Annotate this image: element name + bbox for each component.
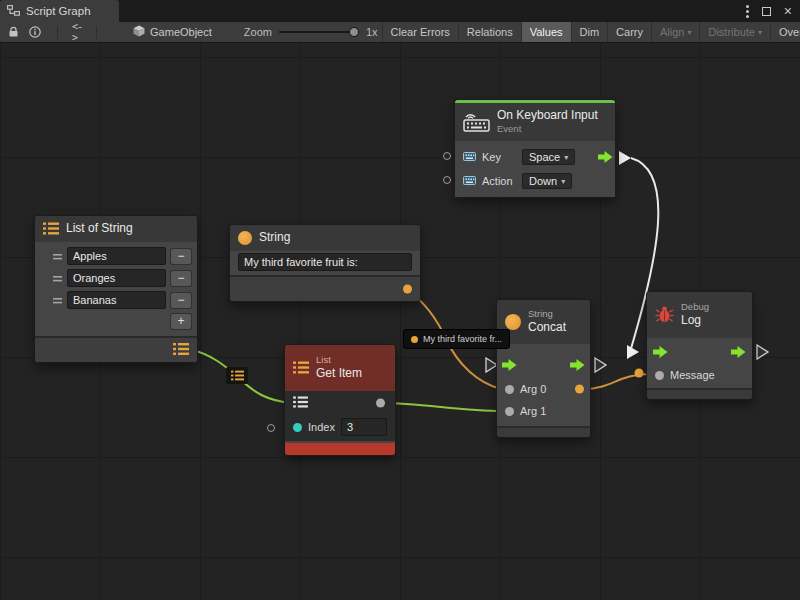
concat-flow-out-indicator[interactable]: [595, 358, 606, 372]
gameobject-icon: [133, 25, 145, 39]
arg1-input-port[interactable]: [505, 407, 514, 416]
flow-wire-start-arrow: [619, 151, 631, 165]
node-debug-log[interactable]: Debug Log Message: [647, 292, 752, 399]
flow-in-port[interactable]: [502, 359, 517, 371]
add-item-button[interactable]: +: [171, 314, 191, 329]
list-item-row: Bananas −: [41, 290, 191, 310]
info-icon[interactable]: [29, 26, 41, 38]
index-label: Index: [308, 421, 335, 433]
tab-script-graph[interactable]: Script Graph: [0, 0, 119, 22]
flow-row: [497, 352, 590, 378]
window-maximize-icon[interactable]: [762, 7, 771, 16]
drag-handle-icon[interactable]: [53, 294, 62, 306]
message-input-port[interactable]: [655, 371, 664, 380]
node-string-concat[interactable]: String Concat Arg 0 Arg 1: [497, 300, 590, 437]
keycode-type-icon: [463, 151, 476, 164]
node-on-keyboard-input[interactable]: On Keyboard Input Event Key Space▾ Actio…: [455, 100, 615, 197]
list-item-input[interactable]: Oranges: [67, 269, 166, 287]
item-output-port[interactable]: [376, 399, 385, 408]
keyboard-event-icon: [463, 111, 490, 134]
flow-out-port[interactable]: [570, 359, 585, 371]
arg1-label: Arg 1: [520, 405, 546, 417]
carry-button[interactable]: Carry: [607, 22, 651, 42]
remove-item-button[interactable]: −: [171, 271, 191, 286]
arg0-label: Arg 0: [520, 383, 546, 395]
arg0-row: Arg 0: [497, 378, 590, 400]
unconnected-input-port[interactable]: [443, 152, 451, 160]
node-header[interactable]: List Get Item: [285, 345, 395, 391]
node-category: List: [316, 355, 362, 365]
dim-button[interactable]: Dim: [571, 22, 608, 42]
wire-getitem-to-concat-arg1[interactable]: [381, 403, 502, 411]
list-item-row: Oranges −: [41, 268, 191, 288]
string-value-dot: [411, 336, 418, 343]
string-output-port[interactable]: [403, 285, 412, 294]
toolbar-buttons: Clear Errors Relations Values Dim Carry …: [382, 22, 800, 42]
gameobject-label: GameObject: [150, 26, 212, 38]
message-label: Message: [670, 369, 715, 381]
unconnected-input-port[interactable]: [267, 424, 275, 432]
string-value-input[interactable]: My third favorite fruit is:: [238, 253, 412, 271]
node-list-of-string[interactable]: List of String Apples − Oranges − Banana…: [35, 216, 197, 362]
flow-out-port[interactable]: [598, 151, 613, 163]
node-title: Get Item: [316, 367, 362, 381]
keycode-type-icon: [463, 175, 476, 188]
list-output-port[interactable]: [173, 343, 189, 358]
lock-icon[interactable]: [8, 26, 19, 38]
list-input-port[interactable]: [293, 396, 308, 410]
remove-item-button[interactable]: −: [171, 293, 191, 308]
drag-handle-icon[interactable]: [53, 272, 62, 284]
zoom-slider-handle[interactable]: [349, 27, 359, 37]
index-input-port[interactable]: [293, 423, 302, 432]
node-title: String: [259, 231, 290, 245]
graph-canvas[interactable]: On Keyboard Input Event Key Space▾ Actio…: [0, 43, 800, 600]
string-value-row: My third favorite fruit is:: [230, 251, 420, 275]
unconnected-input-port[interactable]: [443, 176, 451, 184]
node-header[interactable]: String: [230, 225, 420, 251]
values-button[interactable]: Values: [521, 22, 571, 42]
node-list-get-item[interactable]: List Get Item Index 3: [285, 345, 395, 455]
list-output-strip: [35, 336, 197, 362]
code-view-icon[interactable]: <->: [72, 22, 82, 43]
window-menu-icon[interactable]: [746, 10, 749, 13]
window-close-icon[interactable]: ×: [784, 4, 792, 18]
node-header[interactable]: Debug Log: [647, 292, 752, 338]
zoom-slider[interactable]: [279, 27, 359, 37]
result-output-port[interactable]: [575, 385, 584, 394]
list-item-input[interactable]: Apples: [67, 247, 166, 265]
node-title: Log: [681, 314, 709, 328]
arg0-input-port[interactable]: [505, 385, 514, 394]
concat-flow-in-indicator[interactable]: [486, 358, 497, 372]
zoom-value: 1x: [366, 26, 378, 38]
key-dropdown[interactable]: Space▾: [522, 149, 575, 165]
toolbar-separator: [57, 26, 58, 39]
list-item-input[interactable]: Bananas: [67, 291, 166, 309]
node-header[interactable]: List of String: [35, 216, 197, 242]
list-type-icon: [293, 361, 309, 376]
node-header[interactable]: String Concat: [497, 300, 590, 344]
string-type-icon: [238, 231, 252, 245]
remove-item-button[interactable]: −: [171, 249, 191, 264]
chevron-down-icon: ▾: [758, 28, 762, 37]
gameobject-selector[interactable]: GameObject: [133, 25, 212, 39]
list-input-row: [285, 391, 395, 415]
list-item-row: Apples −: [41, 246, 191, 266]
log-flow-out-indicator[interactable]: [757, 345, 768, 359]
action-dropdown[interactable]: Down▾: [522, 173, 572, 189]
flow-out-port[interactable]: [731, 346, 746, 358]
node-category: String: [528, 309, 566, 319]
clear-errors-button[interactable]: Clear Errors: [382, 22, 458, 42]
overview-button[interactable]: Overv: [770, 22, 800, 42]
node-string-literal[interactable]: String My third favorite fruit is:: [230, 225, 420, 301]
action-port-label: Action: [482, 175, 516, 187]
distribute-button[interactable]: Distribute▾: [699, 22, 769, 42]
string-output-strip: [230, 275, 420, 301]
index-input[interactable]: 3: [341, 418, 387, 436]
node-header[interactable]: On Keyboard Input Event: [455, 103, 615, 141]
drag-handle-icon[interactable]: [53, 250, 62, 262]
node-category: Debug: [681, 302, 709, 312]
align-button[interactable]: Align▾: [651, 22, 699, 42]
graph-icon: [7, 5, 20, 18]
relations-button[interactable]: Relations: [458, 22, 521, 42]
flow-in-port[interactable]: [653, 346, 668, 358]
